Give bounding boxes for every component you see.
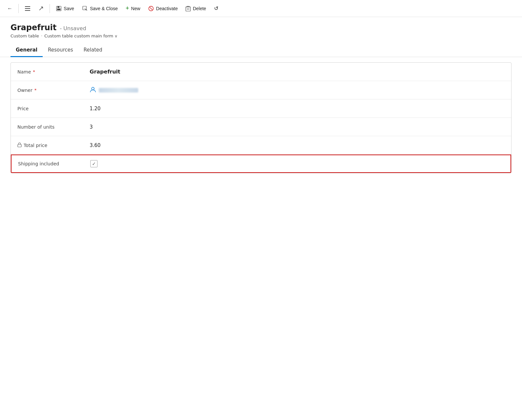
breadcrumb: Custom table · Custom table custom main …: [11, 33, 511, 38]
delete-button[interactable]: Delete: [182, 4, 209, 13]
save-close-icon: [82, 6, 88, 11]
delete-label: Delete: [193, 6, 206, 11]
units-value[interactable]: 3: [90, 124, 505, 130]
total-price-label: Total price: [17, 142, 90, 148]
svg-rect-8: [186, 7, 190, 11]
breadcrumb-form-selector[interactable]: Custom table custom main form ∨: [44, 33, 118, 38]
save-close-label: Save & Close: [90, 6, 118, 11]
delete-icon: [185, 6, 191, 11]
breadcrumb-table[interactable]: Custom table: [11, 33, 39, 38]
page-title: Grapefruit: [11, 23, 56, 32]
back-icon: ←: [7, 6, 12, 11]
form-card: Name * Grapefruit Owner * Price: [11, 62, 511, 173]
divider-1: [18, 4, 19, 13]
price-value[interactable]: 1.20: [90, 106, 505, 112]
price-label: Price: [17, 106, 90, 111]
refresh-icon: ↺: [214, 5, 218, 11]
save-close-button[interactable]: Save & Close: [79, 4, 121, 13]
deactivate-button[interactable]: Deactivate: [145, 4, 181, 13]
field-row-name: Name * Grapefruit: [11, 63, 511, 81]
svg-rect-0: [25, 6, 30, 7]
save-icon: [56, 6, 62, 11]
tab-general[interactable]: General: [11, 44, 43, 57]
unsaved-indicator: - Unsaved: [60, 25, 86, 32]
new-label: New: [131, 6, 140, 11]
new-icon: +: [126, 5, 129, 12]
field-row-units: Number of units 3: [11, 118, 511, 136]
field-row-owner: Owner *: [11, 81, 511, 99]
svg-rect-6: [83, 6, 86, 10]
new-button[interactable]: + New: [122, 3, 144, 14]
shipping-checkbox-wrapper[interactable]: ✓: [90, 160, 98, 167]
owner-required-star: *: [34, 88, 37, 93]
title-row: Grapefruit - Unsaved: [11, 23, 511, 32]
open-record-icon: [38, 6, 44, 11]
lock-icon: [17, 142, 22, 148]
form-container: Name * Grapefruit Owner * Price: [0, 57, 522, 184]
svg-rect-4: [57, 6, 59, 8]
owner-value[interactable]: [90, 86, 505, 94]
tabs-bar: General Resources Related: [0, 44, 522, 57]
save-label: Save: [64, 6, 74, 11]
svg-rect-5: [57, 9, 60, 10]
list-view-button[interactable]: [21, 4, 34, 13]
person-icon: [90, 86, 96, 94]
name-label: Name *: [17, 69, 90, 74]
breadcrumb-form-label: Custom table custom main form: [44, 33, 113, 38]
owner-name-blurred: [99, 88, 138, 93]
refresh-button[interactable]: ↺: [211, 3, 222, 13]
tab-related[interactable]: Related: [78, 44, 108, 57]
owner-label: Owner *: [17, 88, 90, 93]
toolbar: ← Save Save & Close + New Deactivate: [0, 0, 522, 17]
svg-rect-1: [25, 8, 30, 9]
field-row-shipping: Shipping included ✓: [11, 155, 511, 173]
deactivate-icon: [148, 6, 154, 11]
back-button[interactable]: ←: [4, 4, 16, 13]
svg-rect-10: [18, 144, 21, 147]
units-label: Number of units: [17, 124, 90, 130]
page-header: Grapefruit - Unsaved Custom table · Cust…: [0, 17, 522, 38]
list-icon: [25, 6, 31, 11]
shipping-value[interactable]: ✓: [90, 160, 504, 167]
tab-resources[interactable]: Resources: [43, 44, 78, 57]
svg-point-9: [92, 87, 94, 90]
shipping-label: Shipping included: [18, 161, 90, 166]
save-button[interactable]: Save: [53, 4, 77, 13]
breadcrumb-separator: ·: [41, 33, 42, 38]
field-row-total-price: Total price 3.60: [11, 136, 511, 155]
name-required-star: *: [33, 69, 35, 74]
chevron-down-icon: ∨: [115, 34, 118, 38]
deactivate-label: Deactivate: [156, 6, 178, 11]
svg-rect-2: [25, 10, 30, 11]
checkbox-check-icon: ✓: [92, 161, 96, 166]
total-price-value: 3.60: [90, 142, 505, 148]
field-row-price: Price 1.20: [11, 99, 511, 118]
open-record-button[interactable]: [35, 4, 47, 13]
divider-2: [50, 4, 50, 13]
name-value[interactable]: Grapefruit: [90, 69, 505, 75]
